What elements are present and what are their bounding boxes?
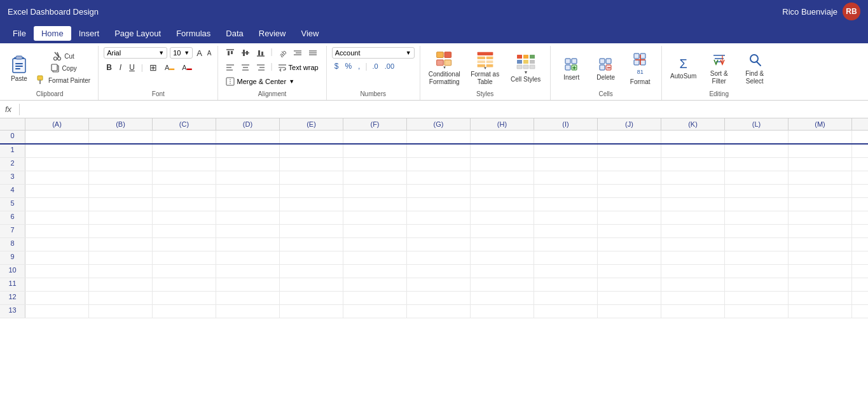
copy-button[interactable]: Copy <box>34 62 93 74</box>
number-format-dropdown[interactable]: Account ▼ <box>332 47 415 59</box>
insert-button[interactable]: Insert <box>556 49 588 87</box>
menu-formulas[interactable]: Formulas <box>169 26 218 41</box>
format-button[interactable]: 81 Format <box>624 49 656 87</box>
col-header-A[interactable]: (A) <box>25 118 89 130</box>
table-row: 7 <box>0 225 868 238</box>
decrease-decimal-button[interactable]: .00 <box>382 62 397 71</box>
dollar-button[interactable]: $ <box>332 61 341 71</box>
col-header-K[interactable]: (K) <box>661 118 725 130</box>
cell-A1[interactable] <box>25 145 89 157</box>
menu-home[interactable]: Home <box>34 26 71 41</box>
cell-M0[interactable] <box>789 131 852 143</box>
col-header-B[interactable]: (B) <box>89 118 153 130</box>
format-painter-button[interactable]: Format Painter <box>34 74 93 86</box>
font-color-button[interactable]: A▬ <box>179 63 194 72</box>
svg-text:▼: ▼ <box>483 66 487 69</box>
format-painter-label: Format Painter <box>48 77 90 84</box>
comma-button[interactable]: , <box>355 61 362 71</box>
row-num-9[interactable]: 9 <box>0 251 25 264</box>
svg-rect-54 <box>477 60 485 63</box>
cell-A0[interactable] <box>25 131 89 143</box>
avatar[interactable]: RB <box>843 3 860 20</box>
formula-input[interactable] <box>27 105 863 114</box>
cell-D0[interactable] <box>216 131 280 143</box>
row-num-0[interactable]: 0 <box>0 131 25 143</box>
sum-button[interactable]: Σ AutoSum <box>667 49 700 87</box>
bold-button[interactable]: B <box>104 62 114 73</box>
increase-indent-button[interactable] <box>306 47 320 59</box>
format-as-table-button[interactable]: ▼ Format as Table <box>466 49 504 87</box>
percent-button[interactable]: % <box>342 61 354 71</box>
align-bottom-button[interactable] <box>254 47 268 59</box>
row-num-6[interactable]: 6 <box>0 211 25 224</box>
conditional-formatting-button[interactable]: ▼ Conditional Formatting <box>425 49 464 87</box>
col-header-M[interactable]: (M) <box>789 118 852 130</box>
cell-B0[interactable] <box>89 131 153 143</box>
row-num-12[interactable]: 12 <box>0 292 25 304</box>
cut-button[interactable]: Cut <box>34 50 93 62</box>
menu-file[interactable]: File <box>5 26 34 41</box>
underline-button[interactable]: U <box>127 62 137 73</box>
cell-E0[interactable] <box>280 131 343 143</box>
merge-center-button[interactable]: Merge & Center ▼ <box>223 76 297 87</box>
align-middle-button[interactable] <box>238 47 252 59</box>
row-num-11[interactable]: 11 <box>0 278 25 291</box>
row-num-13[interactable]: 13 <box>0 305 25 318</box>
col-header-H[interactable]: (H) <box>471 118 534 130</box>
col-header-I[interactable]: (I) <box>534 118 598 130</box>
svg-rect-55 <box>486 60 493 63</box>
row-num-4[interactable]: 4 <box>0 185 25 197</box>
row-num-10[interactable]: 10 <box>0 265 25 278</box>
cell-C0[interactable] <box>153 131 216 143</box>
align-top-button[interactable] <box>223 47 237 59</box>
menu-review[interactable]: Review <box>251 26 294 41</box>
cell-G0[interactable] <box>407 131 471 143</box>
col-header-F[interactable]: (F) <box>343 118 407 130</box>
col-header-E[interactable]: (E) <box>280 118 343 130</box>
border-button[interactable]: ⊞ <box>147 62 160 73</box>
cell-F0[interactable] <box>343 131 407 143</box>
menu-view[interactable]: View <box>293 26 326 41</box>
col-header-J[interactable]: (J) <box>598 118 661 130</box>
cell-J0[interactable] <box>598 131 661 143</box>
row-num-1[interactable]: 1 <box>0 145 25 157</box>
menu-insert[interactable]: Insert <box>71 26 107 41</box>
row-num-2[interactable]: 2 <box>0 158 25 171</box>
fill-color-button[interactable]: A▬ <box>162 63 177 72</box>
sort-filter-button[interactable]: Sort & Filter <box>703 49 736 87</box>
menu-data[interactable]: Data <box>218 26 251 41</box>
decrease-indent-button[interactable] <box>291 47 305 59</box>
italic-button[interactable]: I <box>117 62 124 73</box>
increase-decimal-button[interactable]: .0 <box>370 62 381 71</box>
row-num-8[interactable]: 8 <box>0 238 25 251</box>
align-right-button[interactable] <box>254 62 268 73</box>
font-size-decrease[interactable]: A <box>206 50 213 57</box>
font-size-selector[interactable]: 10 ▼ <box>170 47 193 59</box>
col-header-C[interactable]: (C) <box>153 118 216 130</box>
menu-page-layout[interactable]: Page Layout <box>107 26 169 41</box>
svg-rect-53 <box>486 57 493 59</box>
ribbon-group-styles: ▼ Conditional Formatting ▼ Format as Tab… <box>423 46 551 100</box>
cell-H0[interactable] <box>471 131 534 143</box>
col-header-L[interactable]: (L) <box>725 118 789 130</box>
find-select-button[interactable]: Find & Select <box>738 49 771 87</box>
cell-K0[interactable] <box>661 131 725 143</box>
paste-button[interactable]: Paste <box>6 49 32 87</box>
svg-rect-64 <box>530 60 535 64</box>
cell-styles-button[interactable]: ▼ Cell Styles <box>507 49 545 87</box>
font-size-increase[interactable]: A <box>195 48 203 58</box>
svg-rect-76 <box>606 59 611 64</box>
row-num-3[interactable]: 3 <box>0 171 25 184</box>
text-wrap-button[interactable]: Text wrap <box>275 62 321 73</box>
row-num-5[interactable]: 5 <box>0 198 25 211</box>
align-center-button[interactable] <box>238 62 252 73</box>
col-header-G[interactable]: (G) <box>407 118 471 130</box>
font-selector[interactable]: Arial ▼ <box>104 47 167 59</box>
align-left-button[interactable] <box>223 62 237 73</box>
cell-I0[interactable] <box>534 131 598 143</box>
col-header-D[interactable]: (D) <box>216 118 280 130</box>
orientation-button[interactable]: ab <box>275 47 289 59</box>
row-num-7[interactable]: 7 <box>0 225 25 237</box>
cell-L0[interactable] <box>725 131 789 143</box>
delete-button[interactable]: Delete <box>590 49 622 87</box>
